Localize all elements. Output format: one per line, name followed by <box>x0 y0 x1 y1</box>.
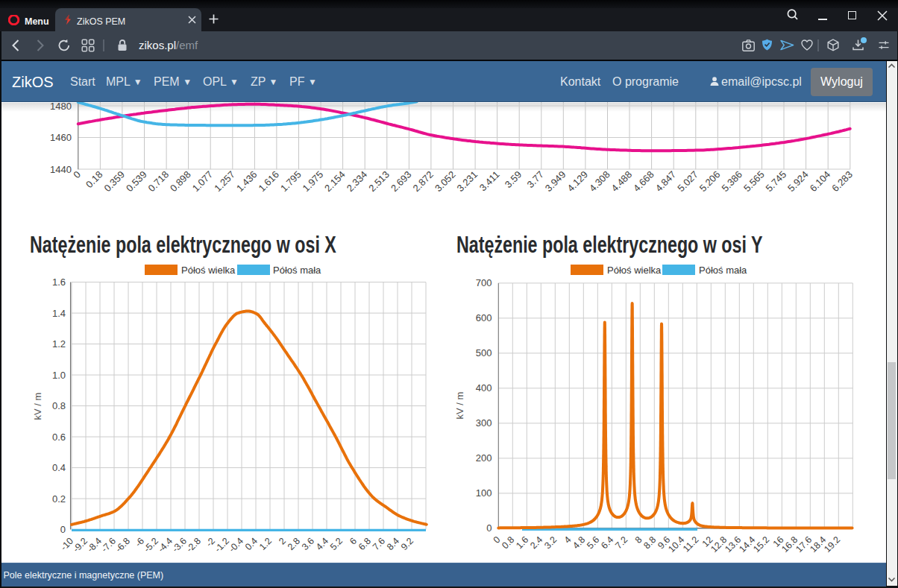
svg-text:1440: 1440 <box>50 164 72 175</box>
svg-text:700: 700 <box>476 277 492 288</box>
svg-text:0.718: 0.718 <box>146 169 172 195</box>
svg-text:0.539: 0.539 <box>124 169 149 195</box>
svg-text:3.411: 3.411 <box>477 169 502 194</box>
svg-text:3.59: 3.59 <box>503 169 524 191</box>
svg-text:kV / m: kV / m <box>32 393 43 420</box>
svg-text:Półoś mała: Półoś mała <box>699 265 747 276</box>
svg-text:11.2: 11.2 <box>681 534 700 554</box>
svg-text:300: 300 <box>476 417 492 429</box>
svg-text:0.4: 0.4 <box>52 462 66 473</box>
svg-text:4.668: 4.668 <box>631 169 656 195</box>
svg-text:5.745: 5.745 <box>764 169 789 195</box>
svg-text:100: 100 <box>476 487 492 499</box>
svg-text:1.436: 1.436 <box>234 169 260 195</box>
svg-text:2.513: 2.513 <box>366 169 392 195</box>
svg-text:-2.8: -2.8 <box>184 536 203 554</box>
svg-text:15.2: 15.2 <box>751 534 771 554</box>
svg-text:6.104: 6.104 <box>808 169 833 195</box>
svg-text:1.0: 1.0 <box>52 370 66 381</box>
svg-text:5.386: 5.386 <box>719 169 744 195</box>
svg-text:2.693: 2.693 <box>389 169 414 195</box>
svg-text:5.027: 5.027 <box>675 169 700 195</box>
svg-text:0: 0 <box>71 169 83 181</box>
svg-text:Półoś wielka: Półoś wielka <box>607 265 662 276</box>
svg-text:600: 600 <box>476 312 492 323</box>
svg-text:Półoś mała: Półoś mała <box>273 265 321 276</box>
svg-text:200: 200 <box>476 452 492 464</box>
svg-text:1.077: 1.077 <box>190 169 216 195</box>
svg-text:1460: 1460 <box>50 132 72 143</box>
svg-text:5.924: 5.924 <box>785 169 811 195</box>
svg-text:5.565: 5.565 <box>741 169 767 195</box>
svg-text:0.898: 0.898 <box>168 169 193 195</box>
svg-text:1.257: 1.257 <box>212 169 237 195</box>
svg-text:kV / m: kV / m <box>454 392 465 420</box>
svg-text:0.6: 0.6 <box>52 431 66 443</box>
svg-text:4.488: 4.488 <box>609 169 635 195</box>
svg-text:0.2: 0.2 <box>52 493 66 505</box>
svg-text:1.616: 1.616 <box>256 169 281 195</box>
svg-text:6.283: 6.283 <box>829 169 855 195</box>
svg-text:3.2: 3.2 <box>542 534 559 551</box>
svg-text:1.4: 1.4 <box>52 308 66 319</box>
svg-text:2.872: 2.872 <box>410 169 436 195</box>
svg-text:-6.8: -6.8 <box>113 536 132 554</box>
svg-text:1.2: 1.2 <box>52 338 66 350</box>
svg-text:5.206: 5.206 <box>697 169 723 195</box>
svg-text:3.949: 3.949 <box>543 169 568 195</box>
svg-text:3.052: 3.052 <box>433 169 458 195</box>
svg-text:1.795: 1.795 <box>278 169 304 195</box>
svg-text:3.231: 3.231 <box>455 169 480 195</box>
svg-text:7.2: 7.2 <box>613 534 629 551</box>
svg-text:Półoś wielka: Półoś wielka <box>181 265 236 276</box>
svg-text:4.847: 4.847 <box>653 169 679 195</box>
svg-text:5.2: 5.2 <box>328 536 345 552</box>
svg-text:1.6: 1.6 <box>52 276 66 288</box>
svg-text:1.975: 1.975 <box>301 169 326 195</box>
svg-text:0: 0 <box>60 524 66 535</box>
svg-text:19.2: 19.2 <box>822 534 842 554</box>
svg-text:4.129: 4.129 <box>565 169 590 195</box>
svg-text:0.359: 0.359 <box>101 169 127 195</box>
svg-text:500: 500 <box>476 347 492 358</box>
svg-text:0.8: 0.8 <box>52 400 66 411</box>
svg-text:1480: 1480 <box>50 102 72 112</box>
svg-text:9.2: 9.2 <box>399 536 415 552</box>
svg-text:0: 0 <box>486 522 492 534</box>
svg-text:400: 400 <box>476 382 492 393</box>
svg-text:2.154: 2.154 <box>322 169 348 195</box>
svg-text:2.334: 2.334 <box>345 169 370 195</box>
svg-text:1.2: 1.2 <box>257 536 274 552</box>
svg-text:4.308: 4.308 <box>587 169 612 195</box>
